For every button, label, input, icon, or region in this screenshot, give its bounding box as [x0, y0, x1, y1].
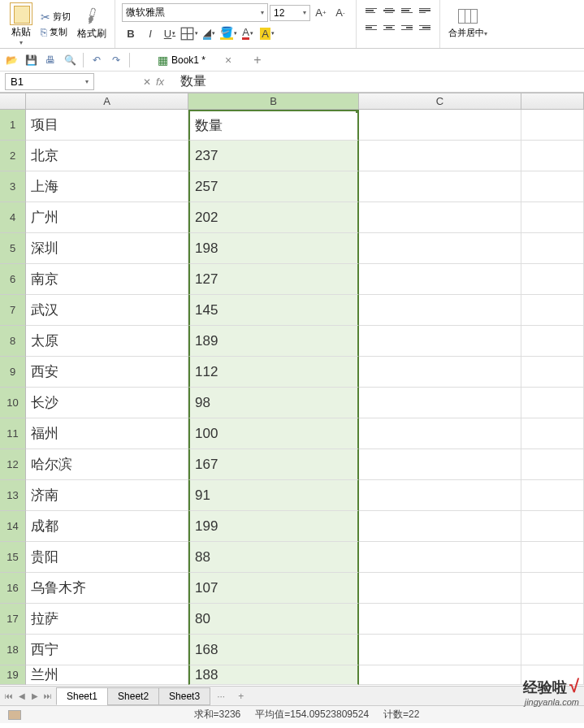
redo-button[interactable]: ↷ — [108, 52, 124, 68]
row-head[interactable]: 10 — [0, 388, 26, 418]
sheet-nav-last[interactable]: ⏭ — [42, 691, 54, 700]
cell[interactable]: 福州 — [26, 418, 188, 449]
cell[interactable] — [359, 665, 521, 685]
cell[interactable] — [521, 233, 584, 264]
align-center-button[interactable] — [381, 20, 397, 35]
sheet-nav-first[interactable]: ⏮ — [3, 691, 15, 700]
cell[interactable] — [359, 295, 521, 326]
cell[interactable]: 北京 — [26, 141, 188, 171]
align-bottom-button[interactable] — [399, 3, 415, 18]
cut-button[interactable]: ✂ 剪切 — [39, 10, 72, 24]
cell[interactable]: 202 — [188, 202, 359, 233]
cell[interactable] — [359, 604, 521, 635]
cell[interactable]: 80 — [188, 604, 359, 635]
formula-bar[interactable]: 数量 — [164, 72, 584, 92]
add-tab-button[interactable]: + — [253, 53, 261, 67]
save-button[interactable]: 💾 — [23, 52, 39, 68]
cell[interactable] — [521, 171, 584, 202]
cell[interactable]: 成都 — [26, 511, 188, 542]
cell[interactable]: 189 — [188, 326, 359, 357]
underline-button[interactable]: U▾ — [161, 24, 179, 42]
cell[interactable] — [521, 326, 584, 357]
paste-button[interactable]: 粘贴▾ — [6, 1, 36, 48]
cell[interactable]: 武汉 — [26, 295, 188, 326]
cell[interactable]: 深圳 — [26, 233, 188, 264]
print-preview-button[interactable]: 🔍 — [62, 52, 78, 68]
sheet-tab-3[interactable]: Sheet3 — [158, 687, 210, 705]
sheet-tab-2[interactable]: Sheet2 — [107, 687, 159, 705]
row-head[interactable]: 1 — [0, 110, 26, 141]
workbook-tab[interactable]: ▦ Book1 * × — [151, 52, 238, 68]
row-head[interactable]: 12 — [0, 449, 26, 480]
format-painter-button[interactable]: 🖌 格式刷 — [76, 6, 108, 41]
cell[interactable] — [521, 635, 584, 665]
align-right-button[interactable] — [399, 20, 415, 35]
row-head[interactable]: 5 — [0, 233, 26, 264]
font-name-select[interactable]: 微软雅黑 ▾ — [122, 3, 268, 22]
cell[interactable]: 数量 — [188, 110, 359, 141]
cell[interactable] — [359, 141, 521, 171]
row-head[interactable]: 6 — [0, 264, 26, 295]
bold-button[interactable]: B — [122, 24, 140, 42]
cell[interactable]: 100 — [188, 418, 359, 449]
col-head-D[interactable] — [521, 93, 584, 109]
decrease-font-button[interactable]: A- — [331, 4, 349, 22]
cell[interactable] — [359, 202, 521, 233]
cell[interactable] — [521, 357, 584, 388]
wrap-text-button[interactable] — [417, 3, 433, 18]
cell[interactable]: 127 — [188, 264, 359, 295]
close-tab-button[interactable]: × — [225, 54, 231, 67]
fill-button[interactable]: 🪣▾ — [219, 24, 237, 42]
cell[interactable] — [521, 295, 584, 326]
font-color-button[interactable]: A▾ — [239, 24, 257, 42]
row-head[interactable]: 4 — [0, 202, 26, 233]
row-head[interactable]: 17 — [0, 604, 26, 635]
name-box[interactable]: B1 ▾ — [5, 73, 94, 90]
cell[interactable]: 哈尔滨 — [26, 449, 188, 480]
sheet-nav-prev[interactable]: ◀ — [16, 691, 28, 700]
cell[interactable] — [359, 233, 521, 264]
cell[interactable] — [359, 388, 521, 418]
cell[interactable]: 济南 — [26, 480, 188, 511]
merge-group[interactable]: 合并居中▾ — [440, 0, 495, 48]
cell[interactable] — [521, 110, 584, 141]
copy-button[interactable]: ⎘ 复制 — [39, 25, 72, 39]
cell[interactable]: 兰州 — [26, 665, 188, 685]
cell[interactable] — [521, 604, 584, 635]
cell[interactable]: 91 — [188, 480, 359, 511]
cell[interactable]: 199 — [188, 511, 359, 542]
cell[interactable]: 188 — [188, 665, 359, 685]
font-size-select[interactable]: 12 ▾ — [270, 5, 310, 21]
undo-button[interactable]: ↶ — [89, 52, 105, 68]
sheet-tab-1[interactable]: Sheet1 — [56, 687, 108, 705]
col-head-B[interactable]: B — [188, 93, 359, 109]
cell[interactable] — [521, 449, 584, 480]
cell[interactable] — [521, 542, 584, 573]
cell[interactable] — [359, 573, 521, 604]
row-head[interactable]: 2 — [0, 141, 26, 171]
row-head[interactable]: 13 — [0, 480, 26, 511]
cell[interactable]: 广州 — [26, 202, 188, 233]
cell[interactable]: 长沙 — [26, 388, 188, 418]
italic-button[interactable]: I — [141, 24, 159, 42]
fx-icon[interactable]: fx — [156, 76, 164, 88]
cell[interactable] — [359, 449, 521, 480]
cell[interactable]: 168 — [188, 635, 359, 665]
cell[interactable] — [359, 480, 521, 511]
cell[interactable] — [521, 141, 584, 171]
add-sheet-button[interactable]: + — [231, 691, 250, 702]
cell[interactable] — [521, 418, 584, 449]
cell[interactable] — [521, 264, 584, 295]
align-top-button[interactable] — [363, 3, 379, 18]
cell[interactable] — [521, 202, 584, 233]
cell[interactable]: 198 — [188, 233, 359, 264]
align-left-button[interactable] — [363, 20, 379, 35]
sheet-more[interactable]: ··· — [210, 691, 231, 702]
cell[interactable]: 107 — [188, 573, 359, 604]
cell[interactable]: 贵阳 — [26, 542, 188, 573]
col-head-C[interactable]: C — [359, 93, 521, 109]
cell[interactable]: 88 — [188, 542, 359, 573]
cell[interactable] — [359, 511, 521, 542]
cell[interactable] — [359, 357, 521, 388]
cell[interactable]: 98 — [188, 388, 359, 418]
